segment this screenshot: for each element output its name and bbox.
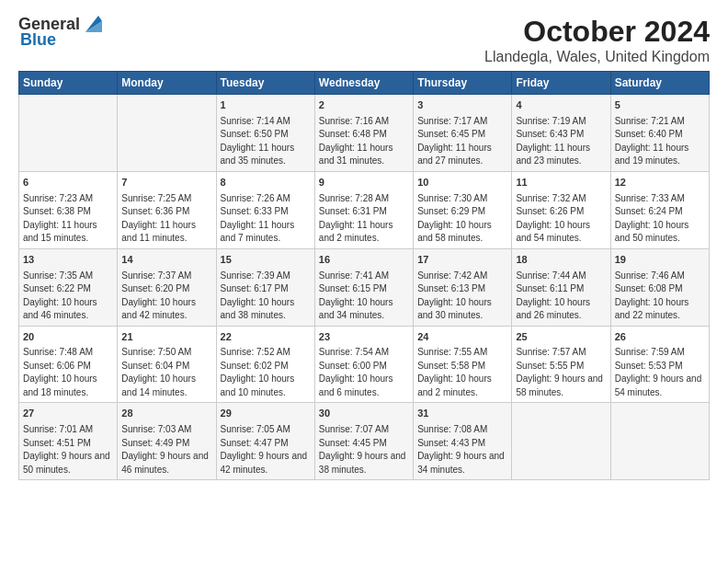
day-number: 19 <box>615 253 705 267</box>
calendar-cell: 7Sunrise: 7:25 AM Sunset: 6:36 PM Daylig… <box>118 171 216 248</box>
calendar-week-row: 6Sunrise: 7:23 AM Sunset: 6:38 PM Daylig… <box>19 171 710 248</box>
day-info: Sunrise: 7:59 AM Sunset: 5:53 PM Dayligh… <box>615 347 702 397</box>
day-info: Sunrise: 7:41 AM Sunset: 6:15 PM Dayligh… <box>319 270 393 321</box>
day-number: 5 <box>615 98 705 112</box>
calendar-week-row: 13Sunrise: 7:35 AM Sunset: 6:22 PM Dayli… <box>19 248 710 326</box>
calendar-cell: 14Sunrise: 7:37 AM Sunset: 6:20 PM Dayli… <box>118 248 216 326</box>
day-number: 31 <box>417 407 507 420</box>
day-number: 11 <box>516 176 606 190</box>
day-info: Sunrise: 7:57 AM Sunset: 5:55 PM Dayligh… <box>516 347 603 397</box>
title-block: October 2024 Llandegla, Wales, United Ki… <box>484 15 710 65</box>
calendar-cell: 9Sunrise: 7:28 AM Sunset: 6:31 PM Daylig… <box>314 171 413 248</box>
day-number: 7 <box>121 176 211 190</box>
day-number: 18 <box>516 253 606 267</box>
day-number: 1 <box>221 98 311 112</box>
day-info: Sunrise: 7:37 AM Sunset: 6:20 PM Dayligh… <box>121 270 196 321</box>
weekday-header-tuesday: Tuesday <box>216 72 314 95</box>
calendar-week-row: 27Sunrise: 7:01 AM Sunset: 4:51 PM Dayli… <box>19 403 710 480</box>
weekday-header-row: SundayMondayTuesdayWednesdayThursdayFrid… <box>19 72 710 95</box>
calendar-cell: 10Sunrise: 7:30 AM Sunset: 6:29 PM Dayli… <box>414 171 512 248</box>
day-info: Sunrise: 7:55 AM Sunset: 5:58 PM Dayligh… <box>417 347 492 397</box>
calendar-cell: 24Sunrise: 7:55 AM Sunset: 5:58 PM Dayli… <box>414 326 512 403</box>
calendar-cell: 11Sunrise: 7:32 AM Sunset: 6:26 PM Dayli… <box>512 171 610 248</box>
weekday-header-wednesday: Wednesday <box>314 72 413 95</box>
calendar-cell: 31Sunrise: 7:08 AM Sunset: 4:43 PM Dayli… <box>414 403 512 480</box>
calendar-cell: 18Sunrise: 7:44 AM Sunset: 6:11 PM Dayli… <box>512 248 610 326</box>
day-number: 3 <box>417 98 507 112</box>
day-info: Sunrise: 7:01 AM Sunset: 4:51 PM Dayligh… <box>23 424 110 475</box>
calendar-cell: 16Sunrise: 7:41 AM Sunset: 6:15 PM Dayli… <box>314 248 413 326</box>
day-info: Sunrise: 7:39 AM Sunset: 6:17 PM Dayligh… <box>221 270 295 321</box>
day-info: Sunrise: 7:25 AM Sunset: 6:36 PM Dayligh… <box>121 193 196 244</box>
calendar-cell <box>19 95 118 172</box>
calendar-subtitle: Llandegla, Wales, United Kingdom <box>484 49 710 65</box>
day-info: Sunrise: 7:14 AM Sunset: 6:50 PM Dayligh… <box>221 116 295 167</box>
day-info: Sunrise: 7:44 AM Sunset: 6:11 PM Dayligh… <box>516 270 590 321</box>
day-number: 6 <box>23 176 113 190</box>
calendar-week-row: 20Sunrise: 7:48 AM Sunset: 6:06 PM Dayli… <box>19 326 710 403</box>
calendar-cell: 29Sunrise: 7:05 AM Sunset: 4:47 PM Dayli… <box>216 403 314 480</box>
day-info: Sunrise: 7:07 AM Sunset: 4:45 PM Dayligh… <box>319 424 406 475</box>
day-info: Sunrise: 7:23 AM Sunset: 6:38 PM Dayligh… <box>23 193 97 244</box>
weekday-header-friday: Friday <box>512 72 610 95</box>
calendar-week-row: 1Sunrise: 7:14 AM Sunset: 6:50 PM Daylig… <box>19 95 710 172</box>
calendar-cell <box>118 95 216 172</box>
day-number: 2 <box>319 98 409 112</box>
day-info: Sunrise: 7:33 AM Sunset: 6:24 PM Dayligh… <box>615 193 689 244</box>
logo: General Blue <box>18 15 102 50</box>
calendar-cell: 25Sunrise: 7:57 AM Sunset: 5:55 PM Dayli… <box>512 326 610 403</box>
day-number: 10 <box>417 176 507 190</box>
day-number: 20 <box>23 330 113 344</box>
calendar-cell: 30Sunrise: 7:07 AM Sunset: 4:45 PM Dayli… <box>314 403 413 480</box>
calendar-cell: 2Sunrise: 7:16 AM Sunset: 6:48 PM Daylig… <box>314 95 413 172</box>
day-number: 27 <box>23 407 113 420</box>
calendar-cell: 19Sunrise: 7:46 AM Sunset: 6:08 PM Dayli… <box>610 248 709 326</box>
day-number: 30 <box>319 407 409 420</box>
day-info: Sunrise: 7:30 AM Sunset: 6:29 PM Dayligh… <box>417 193 492 244</box>
logo-blue-text: Blue <box>20 30 56 50</box>
day-info: Sunrise: 7:28 AM Sunset: 6:31 PM Dayligh… <box>319 193 393 244</box>
day-info: Sunrise: 7:46 AM Sunset: 6:08 PM Dayligh… <box>615 270 689 321</box>
calendar-cell: 27Sunrise: 7:01 AM Sunset: 4:51 PM Dayli… <box>19 403 118 480</box>
day-number: 16 <box>319 253 409 267</box>
calendar-cell: 23Sunrise: 7:54 AM Sunset: 6:00 PM Dayli… <box>314 326 413 403</box>
day-info: Sunrise: 7:21 AM Sunset: 6:40 PM Dayligh… <box>615 116 689 167</box>
calendar-cell: 17Sunrise: 7:42 AM Sunset: 6:13 PM Dayli… <box>414 248 512 326</box>
day-number: 17 <box>417 253 507 267</box>
calendar-cell: 8Sunrise: 7:26 AM Sunset: 6:33 PM Daylig… <box>216 171 314 248</box>
day-number: 22 <box>221 330 311 344</box>
day-number: 25 <box>516 330 606 344</box>
day-number: 12 <box>615 176 705 190</box>
calendar-cell: 5Sunrise: 7:21 AM Sunset: 6:40 PM Daylig… <box>610 95 709 172</box>
calendar-cell: 12Sunrise: 7:33 AM Sunset: 6:24 PM Dayli… <box>610 171 709 248</box>
day-info: Sunrise: 7:42 AM Sunset: 6:13 PM Dayligh… <box>417 270 492 321</box>
calendar-cell <box>610 403 709 480</box>
day-info: Sunrise: 7:32 AM Sunset: 6:26 PM Dayligh… <box>516 193 590 244</box>
day-info: Sunrise: 7:17 AM Sunset: 6:45 PM Dayligh… <box>417 116 492 167</box>
day-number: 24 <box>417 330 507 344</box>
day-number: 26 <box>615 330 705 344</box>
calendar-table: SundayMondayTuesdayWednesdayThursdayFrid… <box>18 71 710 480</box>
day-info: Sunrise: 7:48 AM Sunset: 6:06 PM Dayligh… <box>23 347 97 397</box>
header: General Blue October 2024 Llandegla, Wal… <box>18 15 710 65</box>
calendar-cell: 26Sunrise: 7:59 AM Sunset: 5:53 PM Dayli… <box>610 326 709 403</box>
day-number: 15 <box>221 253 311 267</box>
day-info: Sunrise: 7:35 AM Sunset: 6:22 PM Dayligh… <box>23 270 97 321</box>
day-info: Sunrise: 7:26 AM Sunset: 6:33 PM Dayligh… <box>221 193 295 244</box>
day-number: 29 <box>221 407 311 420</box>
day-number: 8 <box>221 176 311 190</box>
weekday-header-thursday: Thursday <box>414 72 512 95</box>
day-info: Sunrise: 7:16 AM Sunset: 6:48 PM Dayligh… <box>319 116 393 167</box>
day-info: Sunrise: 7:52 AM Sunset: 6:02 PM Dayligh… <box>221 347 295 397</box>
calendar-title: October 2024 <box>484 15 710 49</box>
calendar-cell: 1Sunrise: 7:14 AM Sunset: 6:50 PM Daylig… <box>216 95 314 172</box>
calendar-cell <box>512 403 610 480</box>
calendar-cell: 15Sunrise: 7:39 AM Sunset: 6:17 PM Dayli… <box>216 248 314 326</box>
day-info: Sunrise: 7:03 AM Sunset: 4:49 PM Dayligh… <box>121 424 209 475</box>
day-number: 9 <box>319 176 409 190</box>
day-number: 14 <box>121 253 211 267</box>
calendar-cell: 4Sunrise: 7:19 AM Sunset: 6:43 PM Daylig… <box>512 95 610 172</box>
calendar-cell: 22Sunrise: 7:52 AM Sunset: 6:02 PM Dayli… <box>216 326 314 403</box>
day-info: Sunrise: 7:50 AM Sunset: 6:04 PM Dayligh… <box>121 347 196 397</box>
day-number: 13 <box>23 253 113 267</box>
